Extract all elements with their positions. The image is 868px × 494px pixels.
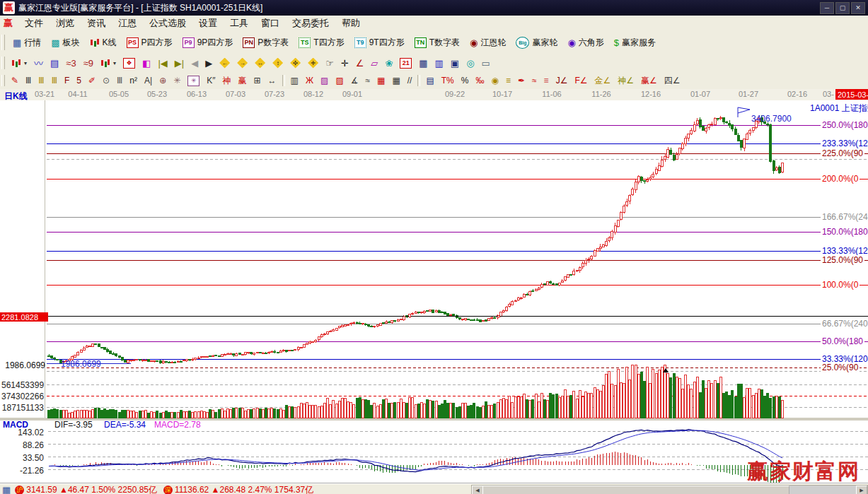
print-button[interactable]: ▭ <box>478 57 494 69</box>
scribble-chart-icon[interactable]: 〰 <box>30 57 47 69</box>
first-bar-button[interactable]: |◀ <box>154 57 170 69</box>
period-dropdown[interactable]: ▾ <box>8 57 30 69</box>
hash-lines-tool[interactable]: Ⅲ <box>113 75 126 87</box>
market-grid-icon[interactable]: ▦ <box>2 485 11 494</box>
wave-band-tool[interactable]: ≈ <box>528 75 540 87</box>
winner-wheel-button[interactable]: Big赢家轮 <box>511 35 562 51</box>
slash-lines-tool[interactable]: // <box>404 75 416 87</box>
brush-red-tool[interactable]: ✐ <box>85 75 99 87</box>
t-square-button[interactable]: TST四方形 <box>294 35 349 51</box>
menu-formula-stock-picker[interactable]: 公式选股 <box>143 16 192 31</box>
circle-cross-tool[interactable]: ⊕ <box>156 75 170 87</box>
scroll-left-arrow-icon[interactable]: ◀ <box>472 486 483 494</box>
note-icon[interactable]: ▤ <box>47 57 62 69</box>
mixed-chart-icon[interactable]: ◧ <box>139 57 154 69</box>
scrollbar-thumb[interactable] <box>482 486 789 494</box>
angle-measure-button[interactable]: ∠ <box>352 57 368 69</box>
calculator-button[interactable]: ▦ <box>415 57 431 69</box>
t-number-table-button[interactable]: TNT数字表 <box>410 35 465 51</box>
j-angle-tool[interactable]: J∠ <box>552 75 572 87</box>
menu-browse[interactable]: 浏览 <box>50 16 81 31</box>
shade-red-tool[interactable]: ▨ <box>332 75 347 87</box>
menu-help[interactable]: 帮助 <box>335 16 366 31</box>
fib-f-tool[interactable]: F <box>61 75 73 87</box>
t-percent-tool[interactable]: T% <box>438 75 458 87</box>
four-angle-tool[interactable]: 四∠ <box>661 75 684 87</box>
maximize-button[interactable]: ▢ <box>835 2 850 14</box>
width-span-tool[interactable]: ↔ <box>265 75 280 87</box>
sector-button[interactable]: ▩板块 <box>46 35 84 51</box>
pencil-red-tool[interactable]: ✎ <box>8 75 22 87</box>
title-bar[interactable]: 赢 赢家江恩专业版[赢家服务平台] - [上证指数 SH1A0001-251日K… <box>0 0 868 16</box>
grid-dark-tool[interactable]: ▦ <box>388 75 403 87</box>
gold-angle-tool[interactable]: 金∠ <box>591 75 614 87</box>
gann-lines-tool[interactable]: Ⅲ <box>22 75 35 87</box>
scale-box-tool[interactable]: ▥ <box>287 75 302 87</box>
ying-tool[interactable]: 赢 <box>235 75 250 87</box>
move-right-button[interactable]: → <box>233 57 251 70</box>
percent-line-tool[interactable]: ‰ <box>472 75 487 87</box>
market-quotes-button[interactable]: ▦行情 <box>8 35 46 51</box>
k-mark-tool[interactable]: K″ <box>203 75 219 87</box>
a-channel-tool[interactable]: A| <box>141 75 156 87</box>
menu-file[interactable]: 文件 <box>18 16 50 31</box>
zigzag-tool[interactable]: ≈ <box>361 75 374 87</box>
pan-hand-button[interactable]: ☞ <box>322 57 337 69</box>
candle-style-dropdown[interactable]: ▾ <box>97 57 120 69</box>
crosshair-button[interactable]: ✛ <box>337 57 352 69</box>
gann-clock-tool[interactable]: ⊙ <box>99 75 113 87</box>
kline-button[interactable]: K线 <box>85 35 122 51</box>
menu-window[interactable]: 窗口 <box>255 16 286 31</box>
menu-settings[interactable]: 设置 <box>192 16 224 31</box>
chart-area[interactable]: 1A0001 上证指数 2281.0828 1986.0699 1986.069… <box>0 100 868 483</box>
next-bar-button[interactable]: ▶ <box>202 57 216 69</box>
shade-purple-tool[interactable]: ▨ <box>317 75 332 87</box>
circle-star-tool[interactable]: ✳ <box>170 75 184 87</box>
chart-list-tool[interactable]: ▤ <box>422 75 437 87</box>
shen-tool[interactable]: 神 <box>219 75 235 87</box>
move-left-button[interactable]: ← <box>216 57 233 70</box>
hexagon-button[interactable]: ◉六角形 <box>562 35 608 51</box>
gold-band-tool[interactable]: ≡ <box>540 75 552 87</box>
wave-3-icon[interactable]: ≈3 <box>62 57 79 69</box>
fit-screen-button[interactable]: ✛ <box>304 57 322 70</box>
pattern-button[interactable]: ❀ <box>381 57 396 69</box>
memo-button[interactable]: ▥ <box>432 57 447 69</box>
zoom-out-h-button[interactable]: ↔ <box>251 57 269 70</box>
expand-all-button[interactable]: ✣ <box>287 57 304 70</box>
gold-ratio-tool-a[interactable]: Ⅲ <box>35 75 47 87</box>
gann-wheel-button[interactable]: ◉江恩轮 <box>465 35 511 51</box>
winner-service-button[interactable]: $赢家服务 <box>609 35 661 51</box>
five-segment-tool[interactable]: 5 <box>73 75 85 87</box>
n-square-tool[interactable]: n² <box>126 75 141 87</box>
ruler-button[interactable]: ▱ <box>367 57 381 69</box>
save-button[interactable]: ▣ <box>447 57 463 69</box>
ying-angle-tool[interactable]: 赢∠ <box>637 75 661 87</box>
horizontal-scrollbar[interactable]: ◀ ▶ <box>471 485 868 494</box>
last-bar-button[interactable]: ▶| <box>171 57 187 69</box>
menu-gann[interactable]: 江恩 <box>112 16 143 31</box>
minimize-button[interactable]: ─ <box>820 2 834 14</box>
shen-angle-tool[interactable]: 神∠ <box>614 75 637 87</box>
gold-ratio-tool-b[interactable]: Ⅲ <box>48 75 61 87</box>
nine-t-square-button[interactable]: T99T四方形 <box>349 35 410 51</box>
wave-9-icon[interactable]: ≈9 <box>80 57 97 69</box>
grid-123-tool[interactable]: ⊞ <box>250 75 265 87</box>
p-number-table-button[interactable]: PNP数字表 <box>238 35 294 51</box>
compare-icon[interactable]: ❖ <box>120 57 139 70</box>
calendar-button[interactable]: 21 <box>396 57 415 70</box>
menu-news[interactable]: 资讯 <box>81 16 112 31</box>
zoom-in-v-button[interactable]: ↕ <box>269 57 287 70</box>
prev-bar-button[interactable]: ◀ <box>187 57 202 69</box>
gold-circle-tool[interactable]: ◉ <box>487 75 502 87</box>
percent-tool[interactable]: % <box>458 75 473 87</box>
scroll-right-arrow-icon[interactable]: ▶ <box>856 486 867 494</box>
square-star-tool[interactable]: ✳ <box>184 74 203 88</box>
export-button[interactable]: ◎ <box>463 57 478 69</box>
nine-p-square-button[interactable]: P99P四方形 <box>178 35 238 51</box>
menu-tools[interactable]: 工具 <box>224 16 255 31</box>
menu-trade[interactable]: 交易委托 <box>286 16 335 31</box>
gold-line-tool[interactable]: ≡ <box>502 75 514 87</box>
ink-brush-tool[interactable]: ✒ <box>514 75 528 87</box>
grid-red-tool[interactable]: ▦ <box>374 75 388 87</box>
